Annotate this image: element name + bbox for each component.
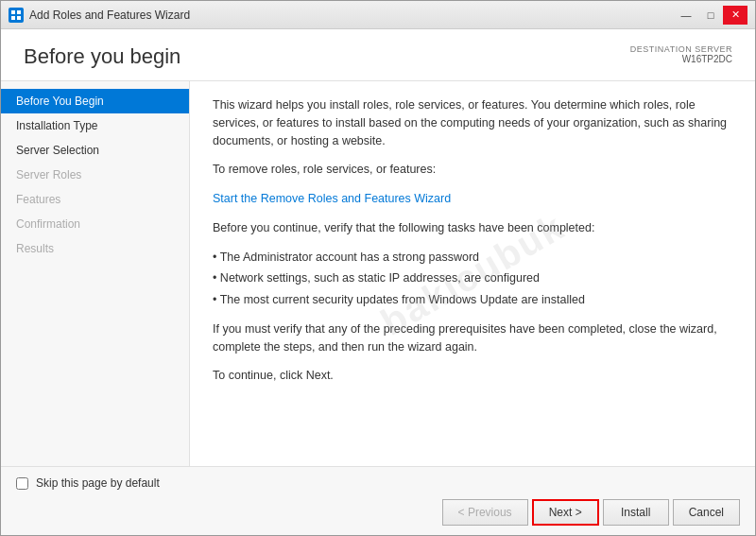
sidebar-item-confirmation: Confirmation: [1, 212, 189, 236]
sidebar-item-server-selection[interactable]: Server Selection: [1, 138, 189, 163]
sidebar-item-features: Features: [1, 187, 189, 212]
sidebar-item-installation-type[interactable]: Installation Type: [1, 113, 189, 138]
skip-checkbox[interactable]: [16, 477, 28, 490]
app-icon: [9, 8, 24, 23]
verify-paragraph: If you must verify that any of the prece…: [213, 320, 732, 356]
continue-label: Before you continue, verify that the fol…: [213, 219, 732, 237]
remove-link[interactable]: Start the Remove Roles and Features Wiza…: [213, 192, 451, 205]
bullet-item-1: The Administrator account has a strong p…: [213, 249, 732, 267]
sidebar: Before You Begin Installation Type Serve…: [1, 81, 190, 466]
install-button[interactable]: Install: [603, 499, 669, 526]
wizard-window: Add Roles and Features Wizard — □ ✕ Befo…: [0, 0, 756, 536]
prerequisites-list: The Administrator account has a strong p…: [213, 249, 732, 309]
svg-rect-0: [11, 10, 15, 14]
svg-rect-3: [17, 16, 21, 20]
window-title: Add Roles and Features Wizard: [29, 9, 674, 22]
destination-label: DESTINATION SERVER: [630, 44, 732, 54]
svg-rect-2: [11, 16, 15, 20]
body-area: Before You Begin Installation Type Serve…: [1, 81, 755, 466]
page-title: Before you begin: [24, 44, 180, 69]
main-content: Before you begin DESTINATION SERVER W16T…: [1, 29, 755, 466]
previous-button[interactable]: < Previous: [442, 499, 528, 526]
intro-paragraph: This wizard helps you install roles, rol…: [213, 96, 732, 149]
skip-checkbox-row: Skip this page by default: [16, 476, 740, 490]
maximize-button[interactable]: □: [698, 6, 723, 25]
cancel-button[interactable]: Cancel: [673, 499, 740, 526]
header-bar: Before you begin DESTINATION SERVER W16T…: [1, 29, 755, 81]
minimize-button[interactable]: —: [674, 6, 698, 25]
destination-server-name: W16TP2DC: [630, 54, 732, 64]
sidebar-item-before-you-begin[interactable]: Before You Begin: [1, 89, 189, 113]
skip-checkbox-label[interactable]: Skip this page by default: [36, 476, 160, 490]
close-button[interactable]: ✕: [723, 6, 747, 25]
svg-rect-1: [17, 10, 21, 14]
bullet-item-2: Network settings, such as static IP addr…: [213, 269, 732, 287]
bullet-item-3: The most current security updates from W…: [213, 291, 732, 309]
sidebar-item-server-roles: Server Roles: [1, 163, 189, 187]
sidebar-item-results: Results: [1, 236, 189, 261]
title-bar: Add Roles and Features Wizard — □ ✕: [1, 1, 755, 29]
next-button[interactable]: Next >: [532, 499, 599, 526]
window-controls: — □ ✕: [674, 6, 747, 25]
footer: Skip this page by default < Previous Nex…: [1, 466, 755, 535]
button-row: < Previous Next > Install Cancel: [16, 499, 740, 526]
destination-server-info: DESTINATION SERVER W16TP2DC: [630, 44, 732, 64]
content-area: bakicubuk This wizard helps you install …: [190, 81, 755, 466]
remove-label: To remove roles, role services, or featu…: [213, 161, 732, 179]
continue-paragraph: To continue, click Next.: [213, 367, 732, 385]
